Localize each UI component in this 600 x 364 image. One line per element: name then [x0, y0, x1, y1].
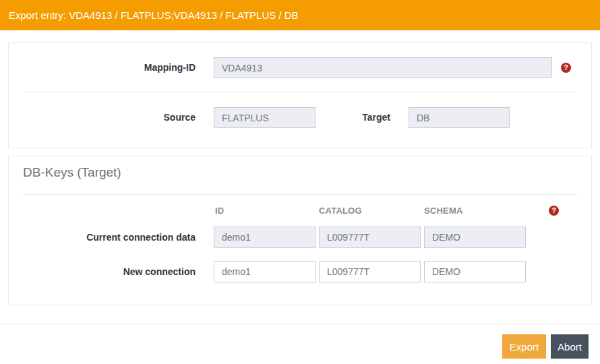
db-keys-heading: DB-Keys (Target) [23, 165, 121, 180]
mapping-id-label: Mapping-ID [9, 57, 196, 78]
current-connection-id-field [214, 226, 316, 248]
target-label: Target [292, 107, 390, 128]
target-field [409, 107, 510, 128]
footer-divider [0, 324, 600, 324]
dialog-titlebar: Export entry: VDA4913 / FLATPLUS;VDA4913… [0, 0, 600, 30]
mapping-panel-divider [23, 92, 577, 92]
column-header-schema: SCHEMA [424, 206, 463, 216]
current-connection-catalog-field [319, 226, 421, 248]
new-connection-schema-field[interactable] [424, 261, 526, 282]
column-header-catalog: CATALOG [319, 206, 362, 216]
db-keys-panel: DB-Keys (Target) ID CATALOG SCHEMA ? Cur… [8, 156, 592, 305]
export-dialog: Export entry: VDA4913 / FLATPLUS;VDA4913… [0, 0, 600, 364]
export-button[interactable]: Export [502, 334, 546, 359]
source-label: Source [9, 107, 196, 128]
new-connection-label: New connection [9, 261, 196, 282]
current-connection-label: Current connection data [9, 226, 196, 248]
dialog-title: Export entry: VDA4913 / FLATPLUS;VDA4913… [9, 9, 299, 21]
current-connection-schema-field [424, 226, 526, 248]
mapping-help-icon[interactable]: ? [561, 63, 571, 73]
mapping-panel: Mapping-ID ? Source Target [8, 42, 592, 148]
db-keys-heading-divider [23, 194, 577, 195]
mapping-id-field [214, 57, 552, 78]
new-connection-id-field[interactable] [214, 261, 316, 282]
db-keys-help-icon[interactable]: ? [549, 206, 559, 216]
abort-button[interactable]: Abort [551, 334, 589, 359]
column-header-id: ID [215, 206, 224, 216]
new-connection-catalog-field[interactable] [319, 261, 421, 282]
